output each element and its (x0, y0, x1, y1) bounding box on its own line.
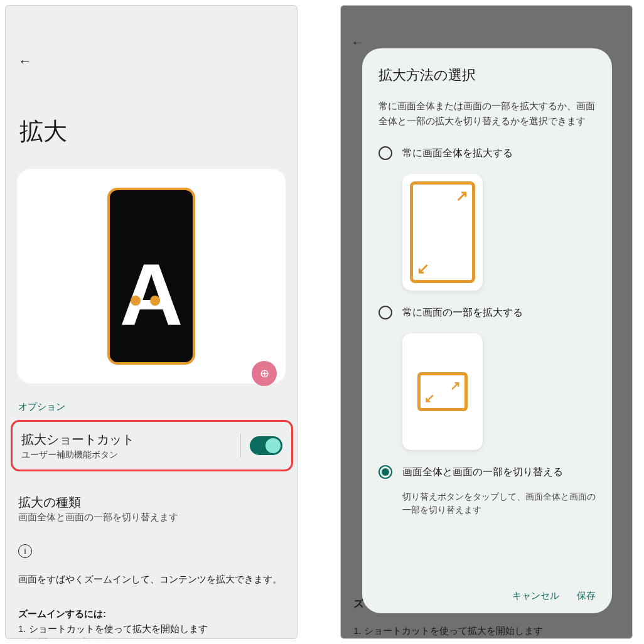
radio-icon (378, 306, 392, 319)
dot-icon (150, 296, 160, 306)
dialog-button-row: キャンセル 保存 (378, 580, 596, 602)
cancel-button[interactable]: キャンセル (512, 590, 559, 602)
zoom-step-2: 2. 画面をタップします (18, 635, 208, 639)
shortcut-title: 拡大ショートカット (21, 431, 235, 448)
divider (240, 434, 241, 458)
radio-option-full-screen[interactable]: 常に画面全体を拡大する (378, 146, 596, 160)
shortcut-text: 拡大ショートカット ユーザー補助機能ボタン (21, 431, 235, 461)
radio-icon (378, 146, 392, 160)
save-button[interactable]: 保存 (577, 590, 596, 602)
arrow-sw-icon: ↙ (424, 390, 435, 405)
magnification-preview-card: A ⊕ (17, 169, 286, 384)
dot-icon (131, 296, 141, 306)
info-text: 画面をすばやくズームインして、コンテンツを拡大できます。 (18, 572, 287, 587)
radio-label: 画面全体と画面の一部を切り替える (402, 466, 563, 479)
back-arrow-icon: ← (351, 35, 365, 51)
letter-a-icon: A (119, 251, 183, 339)
magnify-type-subtitle: 画面全体と画面の一部を切り替えます (18, 512, 178, 523)
partial-frame-icon: ↗ ↙ (417, 372, 468, 411)
magnification-method-dialog: 拡大方法の選択 常に画面全体または画面の一部を拡大するか、画面全体と一部の拡大を… (362, 48, 612, 613)
zoom-in-steps: 1. ショートカットを使って拡大を開始します 2. 画面をタップします (18, 622, 208, 639)
settings-screen-magnification: ← 拡大 A ⊕ オプション 拡大ショートカット ユーザー補助機能ボタン 拡大の… (5, 5, 298, 639)
radio-option-partial-screen[interactable]: 常に画面の一部を拡大する (378, 306, 596, 319)
shortcut-subtitle: ユーザー補助機能ボタン (21, 449, 235, 461)
zoom-in-heading: ズームインするには: (18, 608, 106, 620)
dialog-title: 拡大方法の選択 (378, 66, 596, 85)
arrow-ne-icon: ↗ (456, 187, 468, 205)
zoom-fab-button[interactable]: ⊕ (252, 361, 277, 386)
bg-zoom-step: 1. ショートカットを使って拡大を開始します (353, 624, 543, 637)
radio-option-switch[interactable]: 画面全体と画面の一部を切り替える (378, 465, 596, 479)
arrow-ne-icon: ↗ (450, 378, 461, 393)
phone-mock-icon: A (107, 188, 195, 365)
zoom-plus-icon: ⊕ (260, 367, 269, 380)
radio-sub-description: 切り替えボタンをタップして、画面全体と画面の一部を切り替えます (402, 490, 596, 517)
radio-label: 常に画面の一部を拡大する (402, 306, 523, 319)
settings-screen-dialog: ← ズームインするには: 1. ショートカットを使って拡大を開始します 拡大方法… (340, 5, 633, 639)
radio-selected-icon (378, 465, 392, 479)
radio-label: 常に画面全体を拡大する (402, 147, 513, 160)
options-section-label: オプション (18, 401, 65, 413)
dialog-description: 常に画面全体または画面の一部を拡大するか、画面全体と一部の拡大を切り替えるかを選… (378, 99, 596, 129)
magnify-type-title[interactable]: 拡大の種類 (18, 494, 81, 511)
back-arrow-icon[interactable]: ← (18, 53, 32, 70)
full-frame-icon: ↗ ↙ (410, 181, 475, 283)
info-icon: i (18, 544, 32, 558)
shortcut-toggle[interactable] (250, 436, 282, 455)
zoom-step-1: 1. ショートカットを使って拡大を開始します (18, 622, 208, 635)
partial-screen-illustration: ↗ ↙ (402, 333, 483, 450)
page-title: 拡大 (19, 115, 67, 148)
full-screen-illustration: ↗ ↙ (402, 174, 483, 291)
arrow-sw-icon: ↙ (417, 260, 429, 277)
magnification-shortcut-row[interactable]: 拡大ショートカット ユーザー補助機能ボタン (11, 420, 293, 471)
